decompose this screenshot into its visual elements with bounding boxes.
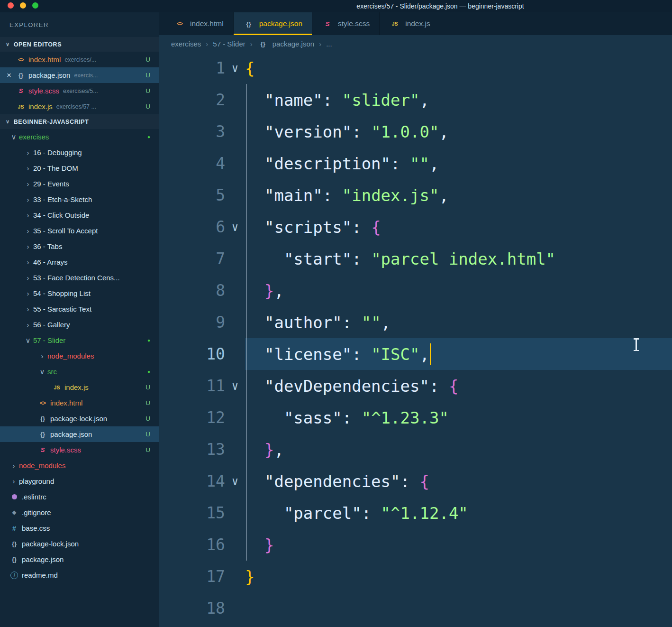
tree-folder-src[interactable]: ∨src● xyxy=(0,364,159,379)
item-name: 16 - Debugging xyxy=(33,148,82,157)
code-text: { xyxy=(245,52,672,84)
code-line-6[interactable]: 6∨ "scripts": { xyxy=(159,211,672,243)
tab-package-json[interactable]: {}package.json xyxy=(234,12,312,35)
open-editor-style-scss[interactable]: Sstyle.scssexercises/5...U xyxy=(0,83,159,99)
tab-style-scss[interactable]: Sstyle.scss xyxy=(312,12,380,35)
chevron-right-icon[interactable]: › xyxy=(23,227,33,235)
close-window-button[interactable] xyxy=(8,2,14,9)
code-line-11[interactable]: 11∨ "devDependencies": { xyxy=(159,370,672,402)
code-line-4[interactable]: 4 "description": "", xyxy=(159,148,672,179)
tree-folder-34-click-outside[interactable]: ›34 - Click Outside xyxy=(0,207,159,223)
code-line-16[interactable]: 16 } xyxy=(159,529,672,561)
item-name: src xyxy=(47,368,57,376)
code-line-2[interactable]: 2 "name": "slider", xyxy=(159,84,672,116)
chevron-right-icon[interactable]: › xyxy=(23,164,33,172)
open-editor-index-js[interactable]: JSindex.jsexercises/57 ...U xyxy=(0,99,159,114)
chevron-right-icon[interactable]: › xyxy=(23,180,33,188)
open-editor-package-json[interactable]: ×{}package.jsonexercis...U xyxy=(0,67,159,83)
chevron-right-icon[interactable]: › xyxy=(23,305,33,313)
code-line-15[interactable]: 15 "parcel": "^1.12.4" xyxy=(159,497,672,529)
tree-folder-node-modules[interactable]: ›node_modules xyxy=(0,348,159,364)
breadcrumb: exercises›57 - Slider›{}package.json›... xyxy=(159,35,672,52)
fold-arrow-icon[interactable]: ∨ xyxy=(225,62,245,75)
tab-index-html[interactable]: <>index.html xyxy=(164,12,234,35)
code-line-3[interactable]: 3 "version": "1.0.0", xyxy=(159,116,672,148)
code-line-13[interactable]: 13 }, xyxy=(159,433,672,465)
tree-folder-56-gallery[interactable]: ›56 - Gallery xyxy=(0,317,159,332)
code-line-1[interactable]: 1∨{ xyxy=(159,52,672,84)
chevron-down-icon[interactable]: ∨ xyxy=(37,368,47,376)
code-line-7[interactable]: 7 "start": "parcel index.html" xyxy=(159,243,672,275)
workspace-header[interactable]: ∨ BEGINNER-JAVASCRIPT xyxy=(0,114,159,129)
tree-file-readme-md[interactable]: readme.md xyxy=(0,567,159,583)
chevron-right-icon[interactable]: › xyxy=(23,242,33,250)
token: , xyxy=(429,154,439,173)
chevron-down-icon: ∨ xyxy=(6,41,10,47)
tree-folder-57-slider[interactable]: ∨57 - Slider● xyxy=(0,332,159,348)
tree-folder-46-arrays[interactable]: ›46 - Arrays xyxy=(0,254,159,270)
item-name: .eslintrc xyxy=(22,493,46,501)
minimize-window-button[interactable] xyxy=(20,2,26,9)
chevron-right-icon[interactable]: › xyxy=(23,258,33,266)
close-icon[interactable]: × xyxy=(3,71,15,80)
code-line-8[interactable]: 8 }, xyxy=(159,275,672,306)
chevron-right-icon[interactable]: › xyxy=(23,148,33,157)
code-line-14[interactable]: 14∨ "dependencies": { xyxy=(159,465,672,497)
chevron-right-icon[interactable]: › xyxy=(23,211,33,219)
js-file-icon: JS xyxy=(389,18,400,29)
open-editor-index-html[interactable]: <>index.htmlexercises/...U xyxy=(0,52,159,67)
modified-dot: ● xyxy=(147,369,150,374)
fold-arrow-icon[interactable]: ∨ xyxy=(225,379,245,393)
chevron-down-icon[interactable]: ∨ xyxy=(23,336,33,345)
tree-folder-54-shopping-list[interactable]: ›54 - Shopping List xyxy=(0,286,159,301)
chevron-right-icon[interactable]: › xyxy=(23,195,33,203)
chevron-right-icon[interactable]: › xyxy=(23,289,33,297)
tree-folder-36-tabs[interactable]: ›36 - Tabs xyxy=(0,239,159,254)
tree-file-eslintrc[interactable]: .eslintrc xyxy=(0,489,159,505)
code-line-18[interactable]: 18 xyxy=(159,592,672,624)
chevron-right-icon[interactable]: › xyxy=(9,477,19,485)
chevron-right-icon[interactable]: › xyxy=(37,352,47,360)
tab-index-js[interactable]: JSindex.js xyxy=(380,12,440,35)
tree-folder-35-scroll-to-accept[interactable]: ›35 - Scroll To Accept xyxy=(0,223,159,239)
token: : xyxy=(352,249,371,268)
code-line-5[interactable]: 5 "main": "index.js", xyxy=(159,179,672,211)
tree-file-package-lock-json[interactable]: {}package-lock.jsonU xyxy=(0,411,159,426)
tree-folder-exercises[interactable]: ∨exercises● xyxy=(0,129,159,145)
tree-file-index-js[interactable]: JSindex.jsU xyxy=(0,379,159,395)
code-line-17[interactable]: 17} xyxy=(159,561,672,592)
json-file-icon: {} xyxy=(257,38,269,49)
tree-folder-29-events[interactable]: ›29 - Events xyxy=(0,176,159,192)
tree-folder-16-debugging[interactable]: ›16 - Debugging xyxy=(0,145,159,160)
tree-file-style-scss[interactable]: Sstyle.scssU xyxy=(0,442,159,458)
zoom-window-button[interactable] xyxy=(32,2,38,9)
tree-folder-20-the-dom[interactable]: ›20 - The DOM xyxy=(0,160,159,176)
tree-file-index-html[interactable]: <>index.htmlU xyxy=(0,395,159,411)
code-editor[interactable]: 1∨{2 "name": "slider",3 "version": "1.0.… xyxy=(159,52,672,627)
breadcrumb-item-57-slider[interactable]: 57 - Slider xyxy=(213,40,245,48)
tree-folder-53-face-detection-cens[interactable]: ›53 - Face Detection Cens... xyxy=(0,270,159,286)
chevron-right-icon[interactable]: › xyxy=(23,274,33,282)
breadcrumb-item-[interactable]: ... xyxy=(326,40,332,48)
breadcrumb-item-package-json[interactable]: {}package.json xyxy=(257,38,314,49)
chevron-down-icon[interactable]: ∨ xyxy=(9,133,19,141)
tree-folder-33-etch-a-sketch[interactable]: ›33 - Etch-a-Sketch xyxy=(0,192,159,207)
tree-file-package-json[interactable]: {}package.jsonU xyxy=(0,426,159,442)
open-editors-header[interactable]: ∨ OPEN EDITORS xyxy=(0,37,159,52)
chevron-right-icon[interactable]: › xyxy=(23,321,33,329)
tree-file-package-lock-json[interactable]: {}package-lock.json xyxy=(0,536,159,552)
breadcrumb-item-exercises[interactable]: exercises xyxy=(171,40,201,48)
tree-folder-55-sarcastic-text[interactable]: ›55 - Sarcastic Text xyxy=(0,301,159,317)
tree-folder-playground[interactable]: ›playground xyxy=(0,473,159,489)
tree-file-gitignore[interactable]: ◆.gitignore xyxy=(0,505,159,520)
code-line-9[interactable]: 9 "author": "", xyxy=(159,306,672,338)
tree-file-base-css[interactable]: #base.css xyxy=(0,520,159,536)
fold-arrow-icon[interactable]: ∨ xyxy=(225,475,245,488)
tree-file-package-json[interactable]: {}package.json xyxy=(0,552,159,567)
tree-folder-node-modules[interactable]: ›node_modules xyxy=(0,458,159,473)
chevron-right-icon[interactable]: › xyxy=(9,461,19,470)
mouse-cursor xyxy=(636,339,637,350)
code-line-12[interactable]: 12 "sass": "^1.23.3" xyxy=(159,402,672,433)
fold-arrow-icon[interactable]: ∨ xyxy=(225,221,245,234)
code-line-10[interactable]: 10 "license": "ISC", xyxy=(159,338,672,370)
